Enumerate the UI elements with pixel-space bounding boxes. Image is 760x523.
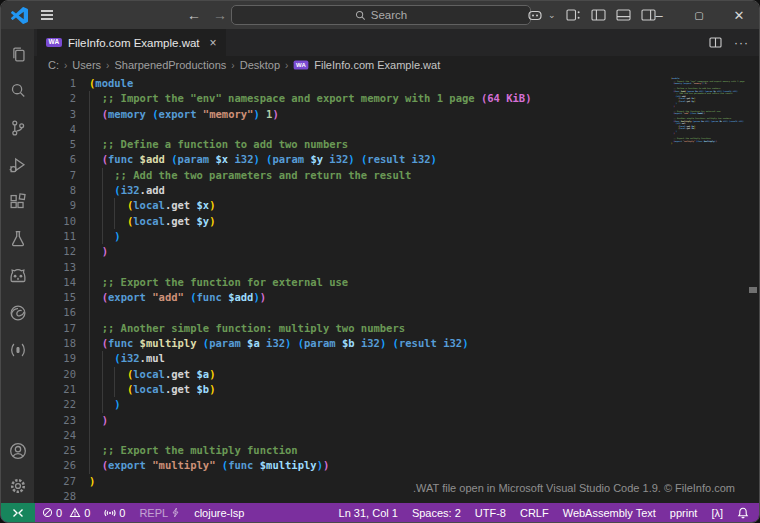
status-formatter[interactable]: pprint bbox=[663, 503, 705, 522]
testing-icon[interactable] bbox=[1, 220, 34, 257]
maximize-button[interactable]: ▢ bbox=[679, 1, 719, 29]
code-line[interactable]: 15 (export "add" (func $add)) bbox=[34, 290, 759, 305]
code-text: (local.get $x) bbox=[89, 198, 215, 213]
calva-icon[interactable] bbox=[1, 331, 34, 368]
code-line[interactable]: 18 (func $multiply (param $a i32) (param… bbox=[34, 336, 759, 351]
code-line[interactable]: 11 ) bbox=[34, 229, 759, 244]
code-line[interactable]: 4 bbox=[34, 122, 759, 137]
code-line[interactable]: 2 ;; Import the "env" namespace and expo… bbox=[34, 91, 759, 106]
settings-gear-icon[interactable] bbox=[1, 469, 34, 503]
line-number: 25 bbox=[34, 443, 76, 458]
code-line[interactable]: 6 (func $add (param $x i32) (param $y i3… bbox=[34, 152, 759, 167]
repl-label: REPL bbox=[139, 507, 168, 519]
code-line[interactable]: 13 bbox=[34, 260, 759, 275]
code-text: ) bbox=[89, 244, 108, 259]
watermark-text: .WAT file open in Microsoft Visual Studi… bbox=[413, 482, 735, 494]
explorer-icon[interactable] bbox=[1, 35, 34, 72]
code-line[interactable]: 16 bbox=[34, 305, 759, 320]
line-number: 5 bbox=[34, 137, 76, 152]
indent-guide bbox=[89, 152, 90, 167]
nav-back-button[interactable]: ← bbox=[187, 7, 201, 23]
more-actions-icon[interactable]: ··· bbox=[734, 36, 749, 50]
code-line[interactable]: 1(module bbox=[34, 76, 759, 91]
code-text: (memory (export "memory") 1) bbox=[89, 107, 279, 122]
source-control-icon[interactable] bbox=[1, 109, 34, 146]
menu-hamburger-icon[interactable] bbox=[41, 10, 53, 19]
vscode-window: ← → Search ⌄ bbox=[0, 0, 760, 523]
code-line[interactable]: 9 (local.get $x) bbox=[34, 198, 759, 213]
code-line[interactable]: 22 ) bbox=[34, 397, 759, 412]
toggle-panel-icon[interactable] bbox=[616, 9, 631, 21]
indent-guide bbox=[89, 229, 90, 244]
breadcrumb-item[interactable]: C: bbox=[48, 59, 59, 71]
search-placeholder: Search bbox=[371, 9, 407, 21]
minimap[interactable]: (module ;; Import the "env" namespace an… bbox=[671, 77, 745, 169]
toggle-sidebar-icon[interactable] bbox=[591, 9, 606, 21]
extensions-icon[interactable] bbox=[1, 183, 34, 220]
code-line[interactable]: 7 ;; Add the two parameters and return t… bbox=[34, 168, 759, 183]
indent-guide bbox=[89, 91, 90, 106]
code-line[interactable]: 24 bbox=[34, 428, 759, 443]
tab-close-icon[interactable]: × bbox=[210, 36, 217, 50]
copilot-icon[interactable] bbox=[527, 8, 543, 22]
code-line[interactable]: 17 ;; Another simple function: multiply … bbox=[34, 321, 759, 336]
nav-forward-button[interactable]: → bbox=[213, 7, 227, 23]
remote-indicator[interactable] bbox=[1, 503, 35, 522]
godot-tools-icon[interactable] bbox=[1, 257, 34, 294]
search-sidebar-icon[interactable] bbox=[1, 72, 34, 109]
code-line[interactable]: 25 ;; Export the multiply function bbox=[34, 443, 759, 458]
line-number: 8 bbox=[34, 183, 76, 198]
command-center-search[interactable]: Search bbox=[231, 5, 531, 25]
indent-guide bbox=[102, 382, 103, 397]
indent-guide bbox=[89, 397, 90, 412]
status-encoding[interactable]: UTF-8 bbox=[468, 503, 513, 522]
indent-guide bbox=[102, 367, 103, 382]
code-line[interactable]: 3 (memory (export "memory") 1) bbox=[34, 107, 759, 122]
minimize-button[interactable]: – bbox=[639, 1, 679, 29]
code-line[interactable]: 20 (local.get $a) bbox=[34, 367, 759, 382]
notifications-bell-icon[interactable] bbox=[730, 503, 759, 522]
code-line[interactable]: 23 ) bbox=[34, 413, 759, 428]
indent-guide bbox=[89, 351, 90, 366]
code-text: ;; Define a function to add two numbers bbox=[89, 137, 348, 152]
code-line[interactable]: 14 ;; Export the function for external u… bbox=[34, 275, 759, 290]
wat-file-icon: WA bbox=[46, 38, 62, 48]
code-line[interactable]: 19 (i32.mul bbox=[34, 351, 759, 366]
breadcrumb-file[interactable]: FileInfo.com Example.wat bbox=[314, 59, 440, 71]
indent-guide bbox=[102, 397, 103, 412]
status-cursor-position[interactable]: Ln 31, Col 1 bbox=[332, 503, 405, 522]
code-line[interactable]: 26 (export "multiply" (func $multiply)) bbox=[34, 458, 759, 473]
code-line[interactable]: 10 (local.get $y) bbox=[34, 214, 759, 229]
breadcrumb-item[interactable]: Users bbox=[72, 59, 101, 71]
account-icon[interactable] bbox=[1, 432, 34, 469]
tab-fileinfo-example[interactable]: WA FileInfo.com Example.wat × bbox=[37, 29, 227, 56]
code-line[interactable]: 21 (local.get $b) bbox=[34, 382, 759, 397]
customize-layout-icon[interactable] bbox=[566, 9, 581, 21]
code-text: (module bbox=[89, 76, 133, 91]
clojure-lsp-indicator[interactable]: clojure-lsp bbox=[187, 503, 251, 522]
status-indentation[interactable]: Spaces: 2 bbox=[405, 503, 468, 522]
status-eol[interactable]: CRLF bbox=[513, 503, 556, 522]
code-line[interactable]: 8 (i32.add bbox=[34, 183, 759, 198]
close-window-button[interactable]: ✕ bbox=[719, 1, 759, 29]
split-editor-icon[interactable] bbox=[709, 37, 722, 48]
indent-guide bbox=[102, 168, 103, 183]
scrollbar-thumb[interactable] bbox=[749, 287, 757, 293]
edge-devtools-icon[interactable] bbox=[1, 294, 34, 331]
run-debug-icon[interactable] bbox=[1, 146, 34, 183]
broadcast-indicator[interactable]: 0 bbox=[97, 503, 132, 522]
code-line[interactable]: 5 ;; Define a function to add two number… bbox=[34, 137, 759, 152]
line-number: 2 bbox=[34, 91, 76, 106]
chevron-down-icon[interactable]: ⌄ bbox=[548, 10, 556, 20]
status-lambda-indicator[interactable]: [λ] bbox=[704, 503, 730, 522]
breadcrumb-item[interactable]: SharpenedProductions bbox=[114, 59, 226, 71]
indent-guide bbox=[102, 229, 103, 244]
repl-indicator[interactable]: REPL bbox=[132, 503, 187, 522]
activity-bar bbox=[1, 29, 34, 503]
line-number: 23 bbox=[34, 413, 76, 428]
breadcrumb-item[interactable]: Desktop bbox=[240, 59, 280, 71]
problems-indicator[interactable]: 0 0 bbox=[35, 503, 97, 522]
status-language-mode[interactable]: WebAssembly Text bbox=[556, 503, 663, 522]
editor[interactable]: 1(module2 ;; Import the "env" namespace … bbox=[34, 74, 759, 503]
code-line[interactable]: 12 ) bbox=[34, 244, 759, 259]
